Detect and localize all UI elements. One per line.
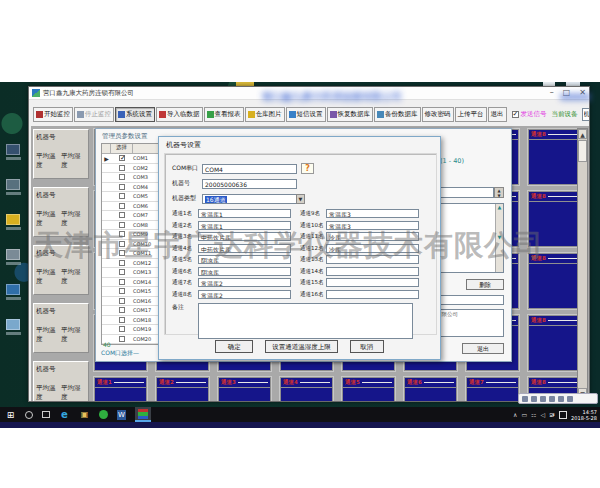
channel-name-input[interactable]: 常温库3 xyxy=(326,209,419,218)
help-button[interactable]: ? xyxy=(301,163,314,174)
toolbar-button-8[interactable]: 备份数据库 xyxy=(374,107,421,122)
range-input[interactable] xyxy=(434,187,494,198)
delete-button[interactable]: 删除 xyxy=(466,279,504,290)
checkbox-icon[interactable] xyxy=(119,260,125,266)
com-table-row[interactable]: COM16 xyxy=(102,297,160,307)
speaker-icon[interactable]: ◁ xyxy=(540,411,545,418)
channel-name-input[interactable]: 中药饮片库 xyxy=(198,232,291,241)
toolbar-button-11[interactable]: 退出 xyxy=(488,107,507,122)
remark-textarea[interactable] xyxy=(198,303,413,339)
edge-icon[interactable]: e xyxy=(59,409,70,420)
com-table-row[interactable]: COM7 xyxy=(102,211,160,221)
checkbox-icon[interactable] xyxy=(119,155,125,161)
word-app-icon[interactable]: W xyxy=(117,410,126,420)
checkbox-icon[interactable] xyxy=(119,298,125,304)
com-port-input[interactable]: COM4 xyxy=(202,164,297,174)
toolbar-button-9[interactable]: 修改密码 xyxy=(422,107,454,122)
channel-name-input[interactable]: 常温库1 xyxy=(198,209,291,218)
language-bar-icon[interactable] xyxy=(531,396,537,402)
set-limits-button[interactable]: 设置通道温湿度上限 xyxy=(265,340,338,353)
language-bar-icon[interactable] xyxy=(540,396,546,402)
list-scrollbar[interactable]: ▲ ▼ xyxy=(495,204,503,272)
desktop-icon[interactable] xyxy=(5,144,21,160)
channel-name-input[interactable] xyxy=(326,290,419,299)
com-table-row[interactable]: COM19 xyxy=(102,325,160,335)
task-view-icon[interactable] xyxy=(42,411,50,418)
desktop-icon[interactable] xyxy=(5,319,21,335)
ok-button[interactable]: 确定 xyxy=(215,340,253,353)
green-app-icon[interactable] xyxy=(99,410,108,419)
battery-icon[interactable]: ▭ xyxy=(521,411,527,418)
channel-name-input[interactable]: 中药饮片库 xyxy=(198,244,291,253)
toolbar-button-10[interactable]: 上传平台 xyxy=(455,107,487,122)
input-method-icon[interactable] xyxy=(559,411,567,419)
toolbar-button-2[interactable]: 系统设置 xyxy=(115,107,155,122)
vertical-scrollbar[interactable]: ▲ ▼ xyxy=(577,128,588,399)
toolbar-button-5[interactable]: 仓库图片 xyxy=(245,107,285,122)
toolbar-button-1[interactable]: 停止监控 xyxy=(74,107,114,122)
checkbox-icon[interactable] xyxy=(119,269,125,275)
channel-name-input[interactable]: 冷库 xyxy=(326,232,419,241)
com-table-row[interactable]: COM14 xyxy=(102,278,160,288)
active-app-slot[interactable] xyxy=(135,407,151,422)
checkbox-icon[interactable] xyxy=(119,250,125,256)
wide-field[interactable] xyxy=(434,295,504,305)
channel-name-input[interactable]: 常温库2 xyxy=(198,278,291,287)
desktop-icon[interactable] xyxy=(5,214,21,230)
network-icon[interactable]: ⚏ xyxy=(531,411,536,418)
checkbox-icon[interactable] xyxy=(119,241,125,247)
channel-name-input[interactable] xyxy=(326,278,419,287)
checkbox-icon[interactable] xyxy=(119,174,125,180)
com-table-row[interactable]: COM18 xyxy=(102,316,160,326)
desktop-icon[interactable] xyxy=(5,179,21,195)
language-bar[interactable] xyxy=(518,393,598,404)
minimize-button[interactable]: – xyxy=(550,89,554,97)
com-table-row[interactable]: COM8 xyxy=(102,221,160,231)
desktop-icon[interactable] xyxy=(5,249,21,265)
device-dropdown[interactable]: 机器号 20005000636 16通道 ▼ xyxy=(582,108,590,121)
com-table-row[interactable]: COM17 xyxy=(102,306,160,316)
com-table-row[interactable]: COM10 xyxy=(102,240,160,250)
start-button[interactable]: ⊞ xyxy=(5,409,16,420)
exit-button[interactable]: 退出 xyxy=(462,343,504,354)
checkbox-icon[interactable] xyxy=(119,184,125,190)
com-table-row[interactable]: COM13 xyxy=(102,268,160,278)
checkbox-icon[interactable] xyxy=(119,165,125,171)
company-listbox[interactable]: 有限公司 xyxy=(434,309,504,337)
checkbox-icon[interactable] xyxy=(119,307,125,313)
channel-name-input[interactable]: 常温库2 xyxy=(198,290,291,299)
toolbar-button-7[interactable]: 恢复数据库 xyxy=(327,107,374,122)
taskbar-clock[interactable]: 14:57 2018-5-28 xyxy=(571,409,597,421)
channel-name-input[interactable]: 常温库3 xyxy=(326,221,419,230)
language-bar-icon[interactable] xyxy=(522,396,528,402)
cancel-button[interactable]: 取消 xyxy=(350,340,384,353)
com-table-row[interactable]: COM6 xyxy=(102,202,160,212)
com-table-row[interactable]: ▶COM1 xyxy=(102,154,160,164)
com-listbox[interactable]: ▲ ▼ xyxy=(434,203,504,273)
checkbox-icon[interactable] xyxy=(119,317,125,323)
toolbar-button-3[interactable]: 导入临数据 xyxy=(156,107,203,122)
send-signal-checkbox[interactable]: 发送信号 xyxy=(512,110,547,119)
cortana-icon[interactable] xyxy=(25,411,33,419)
com-table-row[interactable]: COM4 xyxy=(102,183,160,193)
checkbox-icon[interactable] xyxy=(119,326,125,332)
channel-name-input[interactable]: 阴凉库 xyxy=(198,255,291,264)
tray-chevron-icon[interactable]: ∧ xyxy=(513,411,517,418)
checkbox-icon[interactable] xyxy=(119,222,125,228)
language-bar-icon[interactable] xyxy=(567,396,573,402)
monitor-tray-icon[interactable]: 🖳 xyxy=(549,411,555,418)
toolbar-button-0[interactable]: 开始监控 xyxy=(33,107,73,122)
file-explorer-icon[interactable]: ▣ xyxy=(79,409,90,420)
channel-name-input[interactable]: 冷库 xyxy=(326,244,419,253)
com-table-row[interactable]: COM12 xyxy=(102,259,160,269)
scrollbar-thumb[interactable] xyxy=(578,140,587,162)
checkbox-icon[interactable] xyxy=(119,231,125,237)
com-table-row[interactable]: COM2 xyxy=(102,164,160,174)
checkbox-icon[interactable] xyxy=(119,336,125,342)
spinner-icon[interactable]: ▲▼ xyxy=(494,187,504,198)
com-table-row[interactable]: COM3 xyxy=(102,173,160,183)
chevron-down-icon[interactable]: ▼ xyxy=(296,194,305,204)
channel-name-input[interactable] xyxy=(326,255,419,264)
channel-name-input[interactable]: 阴凉库 xyxy=(198,267,291,276)
checkbox-icon[interactable] xyxy=(119,288,125,294)
